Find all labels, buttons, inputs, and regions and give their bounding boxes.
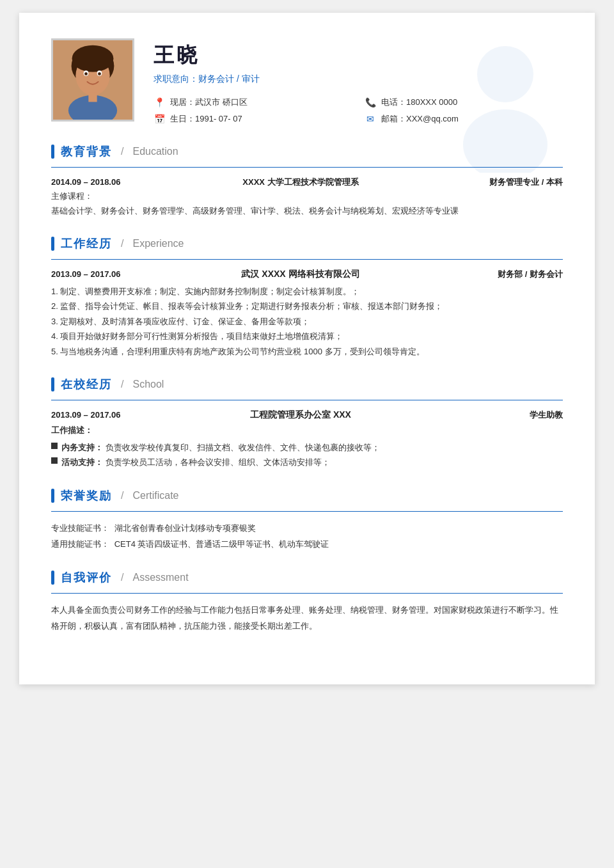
school-org: 工程院管理系办公室 XXX bbox=[154, 409, 448, 421]
work-item-4: 4. 项目开始做好财务部分可行性测算分析报告，项目结束做好土地增值税清算； bbox=[51, 329, 563, 343]
certificate-section: 荣誉奖励 / Certificate 专业技能证书： 湖北省创青春创业计划移动专… bbox=[51, 488, 563, 552]
phone-text: 电话：180XXX 0000 bbox=[381, 97, 457, 108]
avatar bbox=[51, 38, 134, 122]
avatar-image bbox=[53, 40, 132, 120]
education-title-en: Education bbox=[132, 146, 178, 157]
edu-courses-label: 主修课程： bbox=[51, 191, 563, 202]
school-row: 2013.09 – 2017.06 工程院管理系办公室 XXX 学生助教 bbox=[51, 409, 563, 421]
certificate-header: 荣誉奖励 / Certificate bbox=[51, 488, 563, 503]
svg-point-5 bbox=[72, 45, 114, 72]
contact-grid: 📍 现居：武汉市 硚口区 📞 电话：180XXX 0000 📅 生日：1991-… bbox=[154, 97, 563, 125]
school-title-en: School bbox=[132, 379, 164, 390]
location-item: 📍 现居：武汉市 硚口区 bbox=[154, 97, 352, 108]
header-section: 王晓 求职意向：财务会计 / 审计 📍 现居：武汉市 硚口区 📞 电话：180X… bbox=[51, 38, 563, 125]
work-divider: / bbox=[121, 238, 123, 249]
edu-school: XXXX 大学工程技术学院管理系 bbox=[154, 177, 448, 188]
email-item: ✉ 邮箱：XXX@qq.com bbox=[365, 113, 563, 125]
cert-title-cn: 荣誉奖励 bbox=[61, 488, 112, 503]
job-target: 求职意向：财务会计 / 审计 bbox=[154, 74, 563, 85]
work-date: 2013.09 – 2017.06 bbox=[51, 269, 154, 279]
work-company: 武汉 XXXX 网络科技有限公司 bbox=[154, 269, 448, 280]
work-item-5: 5. 与当地税务沟通，合理利用重庆特有房地产政策为公司节约营业税 1000 多万… bbox=[51, 344, 563, 359]
assess-divider: / bbox=[121, 572, 123, 583]
assess-title-cn: 自我评价 bbox=[61, 570, 112, 585]
education-row: 2014.09 – 2018.06 XXXX 大学工程技术学院管理系 财务管理专… bbox=[51, 177, 563, 188]
school-desc-label: 工作描述： bbox=[51, 425, 563, 436]
work-section: 工作经历 / Experience 2013.09 – 2017.06 武汉 X… bbox=[51, 236, 563, 359]
location-text: 现居：武汉市 硚口区 bbox=[170, 97, 248, 108]
work-title-cn: 工作经历 bbox=[61, 236, 112, 251]
birthday-item: 📅 生日：1991- 07- 07 bbox=[154, 113, 352, 125]
section-bar bbox=[51, 145, 54, 159]
education-header: 教育背景 / Education bbox=[51, 144, 563, 159]
cert-title-en: Certificate bbox=[132, 490, 178, 501]
assess-line bbox=[51, 593, 563, 594]
school-bullet-1: 内务支持： 负责收发学校传真复印、扫描文档、收发信件、文件、快递包裹的接收等； bbox=[51, 440, 563, 455]
phone-icon: 📞 bbox=[365, 97, 376, 107]
svg-point-8 bbox=[84, 72, 88, 75]
edu-date: 2014.09 – 2018.06 bbox=[51, 177, 154, 187]
bullet-icon-2 bbox=[51, 457, 58, 464]
bullet-icon-1 bbox=[51, 443, 58, 449]
candidate-name: 王晓 bbox=[154, 42, 563, 70]
section-bar-cert bbox=[51, 489, 54, 503]
school-date: 2013.09 – 2017.06 bbox=[51, 410, 154, 420]
school-section: 在校经历 / School 2013.09 – 2017.06 工程院管理系办公… bbox=[51, 377, 563, 470]
work-line bbox=[51, 259, 563, 260]
resume-page: 王晓 求职意向：财务会计 / 审计 📍 现居：武汉市 硚口区 📞 电话：180X… bbox=[19, 13, 595, 684]
assess-title-en: Assessment bbox=[132, 572, 188, 583]
birthday-icon: 📅 bbox=[154, 114, 165, 124]
school-title-cn: 在校经历 bbox=[61, 377, 112, 392]
work-item-3: 3. 定期核对、及时清算各项应收应付、订金、保证金、备用金等款项； bbox=[51, 314, 563, 329]
header-info: 王晓 求职意向：财务会计 / 审计 📍 现居：武汉市 硚口区 📞 电话：180X… bbox=[154, 38, 563, 125]
assessment-text: 本人具备全面负责公司财务工作的经验与工作能力包括日常事务处理、账务处理、纳税管理… bbox=[51, 603, 563, 634]
school-bullet-2: 活动支持： 负责学校员工活动，各种会议安排、组织、文体活动安排等； bbox=[51, 455, 563, 470]
cert-item-2: 通用技能证书： CET4 英语四级证书、普通话二级甲等证书、机动车驾驶证 bbox=[51, 537, 563, 553]
school-bullet-label-1: 内务支持： 负责收发学校传真复印、扫描文档、收发信件、文件、快递包裹的接收等； bbox=[61, 440, 380, 455]
school-divider: / bbox=[121, 379, 123, 390]
phone-item: 📞 电话：180XXX 0000 bbox=[365, 97, 563, 108]
section-bar-school bbox=[51, 377, 54, 391]
email-icon: ✉ bbox=[365, 114, 376, 124]
work-title-en: Experience bbox=[132, 238, 184, 249]
edu-courses: 基础会计学、财务会计、财务管理学、高级财务管理、审计学、税法、税务会计与纳税筹划… bbox=[51, 204, 563, 218]
work-item-2: 2. 监督、指导会计凭证、帐目、报表等会计核算业务；定期进行财务报表分析；审核、… bbox=[51, 299, 563, 313]
assessment-header: 自我评价 / Assessment bbox=[51, 570, 563, 585]
school-bullet-label-2: 活动支持： 负责学校员工活动，各种会议安排、组织、文体活动安排等； bbox=[61, 455, 330, 470]
education-line bbox=[51, 167, 563, 168]
school-line bbox=[51, 400, 563, 400]
work-header: 工作经历 / Experience bbox=[51, 236, 563, 251]
svg-point-9 bbox=[98, 72, 101, 75]
school-role: 学生助教 bbox=[448, 409, 563, 421]
cert-item-1: 专业技能证书： 湖北省创青春创业计划移动专项赛银奖 bbox=[51, 521, 563, 537]
assessment-section: 自我评价 / Assessment 本人具备全面负责公司财务工作的经验与工作能力… bbox=[51, 570, 563, 634]
section-bar-assess bbox=[51, 571, 54, 585]
education-divider: / bbox=[121, 146, 123, 157]
school-header: 在校经历 / School bbox=[51, 377, 563, 392]
education-section: 教育背景 / Education 2014.09 – 2018.06 XXXX … bbox=[51, 144, 563, 218]
school-bullets-list: 内务支持： 负责收发学校传真复印、扫描文档、收发信件、文件、快递包裹的接收等； … bbox=[51, 440, 563, 470]
section-bar-work bbox=[51, 237, 54, 251]
education-title-cn: 教育背景 bbox=[61, 144, 112, 159]
edu-major: 财务管理专业 / 本科 bbox=[448, 177, 563, 188]
location-icon: 📍 bbox=[154, 97, 165, 107]
cert-divider: / bbox=[121, 490, 123, 501]
cert-line bbox=[51, 511, 563, 512]
birthday-text: 生日：1991- 07- 07 bbox=[170, 113, 242, 125]
work-dept: 财务部 / 财务会计 bbox=[448, 269, 563, 280]
work-item-1: 1. 制定、调整费用开支标准；制定、实施内部财务控制制度；制定会计核算制度。； bbox=[51, 284, 563, 299]
svg-rect-11 bbox=[88, 92, 97, 102]
work-row: 2013.09 – 2017.06 武汉 XXXX 网络科技有限公司 财务部 /… bbox=[51, 269, 563, 280]
work-items-list: 1. 制定、调整费用开支标准；制定、实施内部财务控制制度；制定会计核算制度。； … bbox=[51, 284, 563, 359]
email-text: 邮箱：XXX@qq.com bbox=[381, 113, 459, 125]
